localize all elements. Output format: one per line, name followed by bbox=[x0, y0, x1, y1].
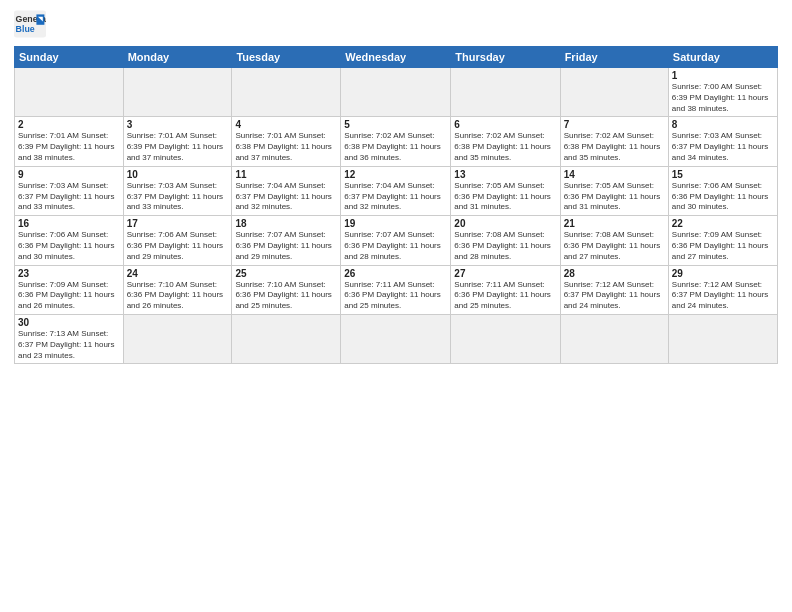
col-header-wednesday: Wednesday bbox=[341, 47, 451, 68]
day-info: Sunrise: 7:10 AM Sunset: 6:36 PM Dayligh… bbox=[235, 280, 337, 312]
calendar-cell: 30Sunrise: 7:13 AM Sunset: 6:37 PM Dayli… bbox=[15, 314, 124, 363]
day-info: Sunrise: 7:02 AM Sunset: 6:38 PM Dayligh… bbox=[344, 131, 447, 163]
day-info: Sunrise: 7:11 AM Sunset: 6:36 PM Dayligh… bbox=[454, 280, 556, 312]
calendar-cell: 15Sunrise: 7:06 AM Sunset: 6:36 PM Dayli… bbox=[668, 166, 777, 215]
day-info: Sunrise: 7:13 AM Sunset: 6:37 PM Dayligh… bbox=[18, 329, 120, 361]
calendar-cell: 17Sunrise: 7:06 AM Sunset: 6:36 PM Dayli… bbox=[123, 216, 232, 265]
calendar-cell: 21Sunrise: 7:08 AM Sunset: 6:36 PM Dayli… bbox=[560, 216, 668, 265]
calendar-cell: 16Sunrise: 7:06 AM Sunset: 6:36 PM Dayli… bbox=[15, 216, 124, 265]
day-number: 7 bbox=[564, 119, 665, 130]
day-info: Sunrise: 7:03 AM Sunset: 6:37 PM Dayligh… bbox=[127, 181, 229, 213]
day-info: Sunrise: 7:08 AM Sunset: 6:36 PM Dayligh… bbox=[454, 230, 556, 262]
day-info: Sunrise: 7:03 AM Sunset: 6:37 PM Dayligh… bbox=[18, 181, 120, 213]
calendar-cell: 19Sunrise: 7:07 AM Sunset: 6:36 PM Dayli… bbox=[341, 216, 451, 265]
calendar-cell: 13Sunrise: 7:05 AM Sunset: 6:36 PM Dayli… bbox=[451, 166, 560, 215]
day-number: 28 bbox=[564, 268, 665, 279]
calendar-table: SundayMondayTuesdayWednesdayThursdayFrid… bbox=[14, 46, 778, 364]
calendar-cell bbox=[123, 314, 232, 363]
page: General Blue SundayMondayTuesdayWednesda… bbox=[0, 0, 792, 612]
calendar-cell: 5Sunrise: 7:02 AM Sunset: 6:38 PM Daylig… bbox=[341, 117, 451, 166]
calendar-cell bbox=[232, 314, 341, 363]
col-header-monday: Monday bbox=[123, 47, 232, 68]
day-info: Sunrise: 7:08 AM Sunset: 6:36 PM Dayligh… bbox=[564, 230, 665, 262]
calendar-cell bbox=[451, 68, 560, 117]
header: General Blue bbox=[14, 10, 778, 38]
day-number: 1 bbox=[672, 70, 774, 81]
calendar-cell bbox=[451, 314, 560, 363]
day-number: 16 bbox=[18, 218, 120, 229]
calendar-cell bbox=[560, 68, 668, 117]
calendar-cell: 28Sunrise: 7:12 AM Sunset: 6:37 PM Dayli… bbox=[560, 265, 668, 314]
calendar-cell: 3Sunrise: 7:01 AM Sunset: 6:39 PM Daylig… bbox=[123, 117, 232, 166]
day-number: 11 bbox=[235, 169, 337, 180]
day-number: 17 bbox=[127, 218, 229, 229]
day-number: 9 bbox=[18, 169, 120, 180]
day-info: Sunrise: 7:06 AM Sunset: 6:36 PM Dayligh… bbox=[672, 181, 774, 213]
calendar-cell bbox=[668, 314, 777, 363]
col-header-sunday: Sunday bbox=[15, 47, 124, 68]
day-info: Sunrise: 7:12 AM Sunset: 6:37 PM Dayligh… bbox=[564, 280, 665, 312]
calendar-cell: 10Sunrise: 7:03 AM Sunset: 6:37 PM Dayli… bbox=[123, 166, 232, 215]
calendar-cell: 9Sunrise: 7:03 AM Sunset: 6:37 PM Daylig… bbox=[15, 166, 124, 215]
calendar-cell: 1Sunrise: 7:00 AM Sunset: 6:39 PM Daylig… bbox=[668, 68, 777, 117]
day-info: Sunrise: 7:05 AM Sunset: 6:36 PM Dayligh… bbox=[454, 181, 556, 213]
day-info: Sunrise: 7:01 AM Sunset: 6:39 PM Dayligh… bbox=[18, 131, 120, 163]
day-info: Sunrise: 7:02 AM Sunset: 6:38 PM Dayligh… bbox=[454, 131, 556, 163]
day-number: 6 bbox=[454, 119, 556, 130]
day-info: Sunrise: 7:01 AM Sunset: 6:39 PM Dayligh… bbox=[127, 131, 229, 163]
day-info: Sunrise: 7:03 AM Sunset: 6:37 PM Dayligh… bbox=[672, 131, 774, 163]
day-number: 10 bbox=[127, 169, 229, 180]
calendar-cell: 11Sunrise: 7:04 AM Sunset: 6:37 PM Dayli… bbox=[232, 166, 341, 215]
day-info: Sunrise: 7:07 AM Sunset: 6:36 PM Dayligh… bbox=[344, 230, 447, 262]
day-number: 22 bbox=[672, 218, 774, 229]
calendar-cell: 27Sunrise: 7:11 AM Sunset: 6:36 PM Dayli… bbox=[451, 265, 560, 314]
calendar-cell: 6Sunrise: 7:02 AM Sunset: 6:38 PM Daylig… bbox=[451, 117, 560, 166]
day-info: Sunrise: 7:12 AM Sunset: 6:37 PM Dayligh… bbox=[672, 280, 774, 312]
day-number: 14 bbox=[564, 169, 665, 180]
day-number: 25 bbox=[235, 268, 337, 279]
calendar-cell bbox=[15, 68, 124, 117]
col-header-saturday: Saturday bbox=[668, 47, 777, 68]
day-number: 30 bbox=[18, 317, 120, 328]
calendar-cell bbox=[123, 68, 232, 117]
day-number: 24 bbox=[127, 268, 229, 279]
calendar-cell bbox=[232, 68, 341, 117]
calendar-cell: 22Sunrise: 7:09 AM Sunset: 6:36 PM Dayli… bbox=[668, 216, 777, 265]
day-number: 15 bbox=[672, 169, 774, 180]
day-info: Sunrise: 7:06 AM Sunset: 6:36 PM Dayligh… bbox=[127, 230, 229, 262]
calendar-cell: 2Sunrise: 7:01 AM Sunset: 6:39 PM Daylig… bbox=[15, 117, 124, 166]
calendar-cell: 12Sunrise: 7:04 AM Sunset: 6:37 PM Dayli… bbox=[341, 166, 451, 215]
day-info: Sunrise: 7:00 AM Sunset: 6:39 PM Dayligh… bbox=[672, 82, 774, 114]
calendar-cell: 8Sunrise: 7:03 AM Sunset: 6:37 PM Daylig… bbox=[668, 117, 777, 166]
day-number: 20 bbox=[454, 218, 556, 229]
calendar-cell bbox=[341, 68, 451, 117]
day-info: Sunrise: 7:05 AM Sunset: 6:36 PM Dayligh… bbox=[564, 181, 665, 213]
day-number: 5 bbox=[344, 119, 447, 130]
svg-marker-3 bbox=[36, 14, 44, 24]
day-info: Sunrise: 7:01 AM Sunset: 6:38 PM Dayligh… bbox=[235, 131, 337, 163]
calendar-cell: 4Sunrise: 7:01 AM Sunset: 6:38 PM Daylig… bbox=[232, 117, 341, 166]
day-number: 2 bbox=[18, 119, 120, 130]
day-number: 8 bbox=[672, 119, 774, 130]
calendar-cell: 25Sunrise: 7:10 AM Sunset: 6:36 PM Dayli… bbox=[232, 265, 341, 314]
calendar-cell: 7Sunrise: 7:02 AM Sunset: 6:38 PM Daylig… bbox=[560, 117, 668, 166]
day-number: 3 bbox=[127, 119, 229, 130]
day-number: 27 bbox=[454, 268, 556, 279]
calendar-cell: 29Sunrise: 7:12 AM Sunset: 6:37 PM Dayli… bbox=[668, 265, 777, 314]
day-info: Sunrise: 7:07 AM Sunset: 6:36 PM Dayligh… bbox=[235, 230, 337, 262]
day-info: Sunrise: 7:06 AM Sunset: 6:36 PM Dayligh… bbox=[18, 230, 120, 262]
day-info: Sunrise: 7:04 AM Sunset: 6:37 PM Dayligh… bbox=[235, 181, 337, 213]
day-number: 18 bbox=[235, 218, 337, 229]
day-info: Sunrise: 7:11 AM Sunset: 6:36 PM Dayligh… bbox=[344, 280, 447, 312]
day-number: 4 bbox=[235, 119, 337, 130]
calendar-cell: 14Sunrise: 7:05 AM Sunset: 6:36 PM Dayli… bbox=[560, 166, 668, 215]
calendar-cell: 20Sunrise: 7:08 AM Sunset: 6:36 PM Dayli… bbox=[451, 216, 560, 265]
calendar-cell: 24Sunrise: 7:10 AM Sunset: 6:36 PM Dayli… bbox=[123, 265, 232, 314]
col-header-friday: Friday bbox=[560, 47, 668, 68]
col-header-thursday: Thursday bbox=[451, 47, 560, 68]
day-number: 19 bbox=[344, 218, 447, 229]
calendar-cell: 23Sunrise: 7:09 AM Sunset: 6:36 PM Dayli… bbox=[15, 265, 124, 314]
day-number: 12 bbox=[344, 169, 447, 180]
day-number: 23 bbox=[18, 268, 120, 279]
day-info: Sunrise: 7:10 AM Sunset: 6:36 PM Dayligh… bbox=[127, 280, 229, 312]
